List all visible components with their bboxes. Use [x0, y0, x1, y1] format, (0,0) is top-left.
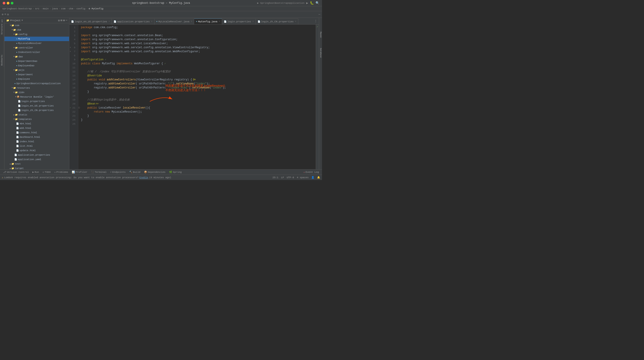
enable-link[interactable]: Enable	[139, 176, 148, 179]
tab-close-mylocale[interactable]: ×	[191, 20, 192, 23]
tab-app-prop[interactable]: 📄 application.properties ×	[112, 18, 154, 24]
toolbar-icon-settings[interactable]: —	[318, 13, 320, 16]
tree-item-resources[interactable]: ▼ 📁 resources	[4, 86, 69, 90]
toolbar-icon-1[interactable]: ⊕	[2, 13, 4, 16]
breadcrumb-config[interactable]: config	[76, 7, 86, 10]
debug-btn[interactable]: 🐛	[310, 1, 314, 5]
tree-item-add[interactable]: 📄 add.html	[4, 126, 69, 130]
tree-item-test[interactable]: ▶ 📁 test	[4, 162, 69, 166]
tab-close-login-prop[interactable]: ×	[252, 20, 254, 23]
tree-item-springbootapp[interactable]: ● SpringbootBootstrapApplication	[4, 81, 69, 86]
tabs-more-btn[interactable]: ⋮	[312, 19, 319, 23]
tree-item-departmentdao[interactable]: ● DepartmentDao	[4, 59, 69, 63]
tree-item-update[interactable]: 📄 update.html	[4, 148, 69, 153]
tree-item-ckm[interactable]: ▼ 📁 ckm	[4, 28, 69, 32]
code-content[interactable]: package com.ckm.config; import org.sprin…	[78, 24, 316, 169]
toolbar-icon-3[interactable]: ⚙	[7, 13, 9, 16]
tree-item-department[interactable]: ● Department	[4, 72, 69, 77]
breadcrumb-java[interactable]: java	[52, 7, 58, 10]
maven-panel-tab[interactable]: Maven	[319, 31, 322, 38]
tree-item-employee[interactable]: ● Employee	[4, 77, 69, 81]
breadcrumb-ckm[interactable]: ckm	[69, 7, 73, 10]
code-line-16: registry.addViewController( urlPathOrPat…	[81, 86, 316, 90]
search-btn[interactable]: 🔍	[316, 1, 319, 5]
tree-item-404[interactable]: 📄 404.html	[4, 122, 69, 126]
endpoints-icon: ⚡	[110, 171, 112, 174]
run-btn[interactable]: ▶	[306, 1, 308, 5]
tree-item-templates[interactable]: ▼ 📁 templates	[4, 117, 69, 122]
database-panel-tab[interactable]: Database	[319, 48, 322, 58]
tab-login-prop[interactable]: 📄 login.properties ×	[222, 18, 256, 24]
indent-info: 4 spaces	[297, 176, 308, 179]
tree-item-commons[interactable]: 📄 commons.html	[4, 130, 69, 135]
project-settings-btn[interactable]: ⚙	[63, 19, 65, 22]
tree-item-app-yaml[interactable]: 📄 application.yaml	[4, 157, 69, 162]
tab-close-myconfig[interactable]: ×	[219, 20, 220, 23]
tab-close-login-zh[interactable]: ×	[295, 20, 296, 23]
tab-close-login-en[interactable]: ×	[108, 20, 110, 23]
ln-19: 19	[69, 98, 77, 102]
tree-item-employeedao[interactable]: ● EmployeeDao	[4, 63, 69, 68]
tree-item-list[interactable]: 📄 list.html	[4, 144, 69, 148]
breadcrumb-com[interactable]: com	[61, 7, 66, 10]
tab-login-en[interactable]: 📄 login_en_US.properties ×	[69, 18, 112, 24]
tree-item-static[interactable]: ▶ 📁 static	[4, 113, 69, 117]
bookmarks-tab[interactable]: Bookmarks	[1, 55, 3, 66]
run-btn-bottom[interactable]: ▶ Run	[31, 170, 40, 174]
tree-item-login-en[interactable]: 📄 login_en_US.properties	[4, 104, 69, 108]
build-btn[interactable]: 🔨 Build	[128, 170, 142, 174]
project-dropdown[interactable]: ▼	[22, 19, 23, 22]
tab-login-zh[interactable]: 📄 login_zh_CN.properties ×	[256, 18, 298, 24]
tree-item-mylocaleresolver[interactable]: ● MyLocaleResolver	[4, 41, 69, 45]
spring-label: Spring	[173, 171, 182, 174]
tree-item-myconfig[interactable]: ● MyConfig	[4, 37, 69, 41]
code-line-20: @Bean ⚙✓	[81, 102, 316, 106]
tab-mylocale[interactable]: ● MyLocaleResolver.java ×	[154, 18, 194, 24]
endpoints-btn[interactable]: ⚡ Endpoints	[109, 170, 127, 174]
tree-item-target[interactable]: ▶ 📁 target	[4, 166, 69, 169]
ln-6: ⬇ 6	[69, 45, 77, 50]
breadcrumb-main[interactable]: main	[43, 7, 48, 10]
tab-myconfig[interactable]: ● MyConfig.java ×	[194, 18, 222, 24]
event-log-btn[interactable]: ⚠ Event Log	[302, 170, 320, 174]
breadcrumb-src[interactable]: src	[35, 7, 40, 10]
breadcrumb-project[interactable]: springboot-bootstrap	[2, 7, 32, 10]
tree-item-app-prop[interactable]: 📄 application.properties	[4, 153, 69, 157]
tree-item-indexcontroller[interactable]: ● IndexController	[4, 50, 69, 54]
tree-item-pojo[interactable]: ▼ 📁 pojo	[4, 68, 69, 72]
tree-item-resourcebundle[interactable]: ▼ 📦 Resource Bundle 'login'	[4, 95, 69, 99]
toolbar-icon-2[interactable]: ≡	[4, 13, 6, 16]
tree-item-config[interactable]: ▼ 📁 config	[4, 32, 69, 37]
breadcrumb-myconfig[interactable]: ⚙ MyConfig	[88, 7, 103, 10]
spring-btn[interactable]: 🌿 Spring	[168, 170, 183, 174]
minimize-button[interactable]	[7, 2, 10, 4]
problems-btn[interactable]: ⚠ Problems	[53, 170, 70, 174]
code-line-18	[81, 94, 316, 98]
tree-item-dashboard[interactable]: 📄 dashboard.html	[4, 135, 69, 139]
close-button[interactable]	[3, 2, 5, 4]
tree-item-login-prop[interactable]: 📄 login.properties	[4, 99, 69, 104]
project-icon: 📁	[6, 19, 10, 22]
code-line-2	[81, 29, 316, 33]
right-status: 25:1 LF UTF-8 4 spaces 👤 🔔	[272, 176, 320, 179]
locate-file-btn[interactable]: ◎	[58, 19, 60, 22]
code-line-22: return new MyLocaleResolver();	[81, 110, 316, 114]
tree-item-controller[interactable]: ▼ 📁 controller	[4, 45, 69, 50]
tree-item-i18n[interactable]: ▼ 📁 i18n	[4, 90, 69, 95]
tree-item-dao[interactable]: ▼ 📁 dao	[4, 54, 69, 59]
version-control-btn[interactable]: ⎇ Version Control	[2, 170, 30, 174]
hide-panel-btn[interactable]: —	[66, 19, 67, 22]
structure-tab[interactable]: Structure	[1, 24, 3, 35]
collapse-all-btn[interactable]: ⊟	[60, 19, 62, 22]
tree-item-index[interactable]: 📄 index.html	[4, 139, 69, 144]
tree-item-login-zh[interactable]: 📄 login_zh_CN.properties	[4, 108, 69, 113]
profiler-btn[interactable]: 📊 Profiler	[70, 170, 89, 174]
tab-close-app-prop[interactable]: ×	[151, 20, 152, 23]
dependencies-btn[interactable]: 📦 Dependencies	[143, 170, 167, 174]
todo-btn[interactable]: ☑ TODO	[41, 170, 52, 174]
terminal-btn[interactable]: ⬛ Terminal	[90, 170, 108, 174]
maximize-button[interactable]	[11, 2, 14, 4]
tab-label-mylocale: MyLocaleResolver.java	[158, 20, 190, 23]
tab-label-login-prop: login.properties	[228, 20, 251, 23]
tree-item-com[interactable]: ▼ 📁 com	[4, 23, 69, 28]
